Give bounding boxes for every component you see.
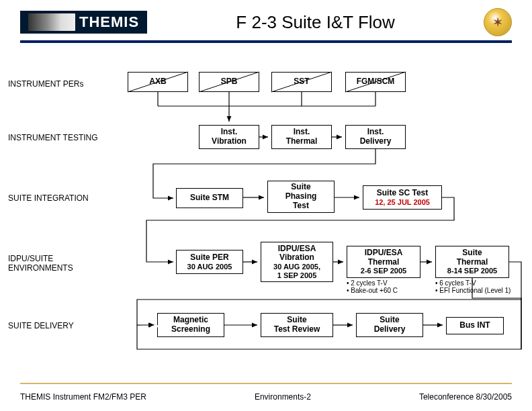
logo-art (28, 13, 75, 31)
svg-line-0 (128, 72, 188, 92)
footer: THEMIS Instrument FM2/FM3 PER Environmen… (20, 392, 512, 402)
svg-line-2 (271, 72, 332, 92)
header-rule (20, 40, 512, 43)
themis-logo: THEMIS (20, 11, 147, 34)
diagram-connectors (0, 51, 532, 387)
footer-rule (20, 383, 512, 384)
header: THEMIS F 2-3 Suite I&T Flow ✶ (0, 0, 532, 36)
footer-center: Environments-2 (255, 392, 311, 402)
svg-line-1 (199, 72, 259, 92)
header-emblem-icon: ✶ (484, 8, 512, 36)
footer-left: THEMIS Instrument FM2/FM3 PER (20, 392, 146, 402)
logo-text: THEMIS (79, 13, 139, 31)
page-title: F 2-3 Suite I&T Flow (236, 12, 395, 33)
footer-right: Teleconference 8/30/2005 (419, 392, 512, 402)
svg-line-3 (345, 72, 406, 92)
